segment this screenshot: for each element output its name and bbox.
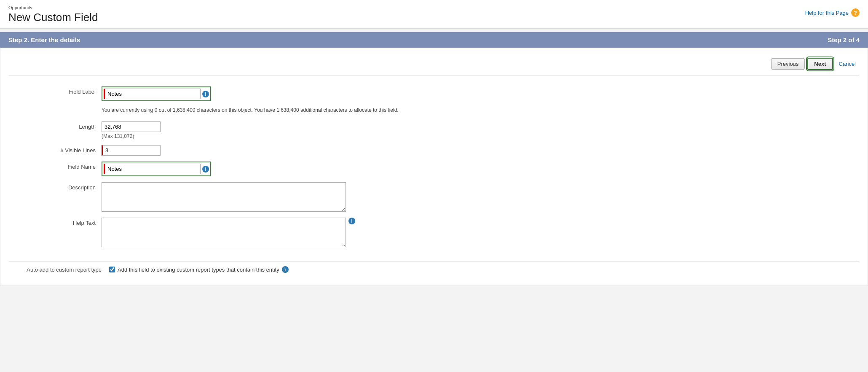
visible-lines-row: # Visible Lines xyxy=(34,145,834,156)
field-label-row: Field Label i xyxy=(34,86,834,101)
length-row: Length (Max 131,072) xyxy=(34,121,834,139)
cancel-button[interactable]: Cancel xyxy=(836,59,859,69)
length-label: Length xyxy=(34,121,102,130)
help-icon: ? xyxy=(851,8,860,17)
auto-add-label: Auto add to custom report type xyxy=(17,267,102,273)
auto-add-checkbox-label: Add this field to existing custom report… xyxy=(118,267,279,273)
char-info-text: You are currently using 0 out of 1,638,4… xyxy=(102,107,399,113)
form-section: Field Label i You are currently using 0 … xyxy=(9,82,859,257)
page-title-block: Opportunity New Custom Field xyxy=(8,5,98,24)
help-text-row: Help Text i xyxy=(34,218,834,247)
content-area: Previous Next Cancel Field Label i You a… xyxy=(0,48,868,286)
page-subtitle: Opportunity xyxy=(8,5,98,10)
help-link[interactable]: Help for this Page ? xyxy=(805,8,860,17)
field-name-input[interactable] xyxy=(104,164,201,174)
auto-add-info-icon[interactable]: i xyxy=(282,266,289,273)
toolbar: Previous Next Cancel xyxy=(9,54,859,75)
field-name-label: Field Name xyxy=(34,162,102,170)
next-button[interactable]: Next xyxy=(807,58,833,70)
field-name-outline: i xyxy=(102,162,211,176)
visible-lines-input[interactable] xyxy=(102,145,161,156)
field-name-field: i xyxy=(102,162,834,176)
field-name-info-icon[interactable]: i xyxy=(202,166,209,173)
page-header: Opportunity New Custom Field Help for th… xyxy=(0,0,868,29)
field-label-field: i xyxy=(102,86,834,101)
field-label-label: Field Label xyxy=(34,86,102,95)
char-info-row: You are currently using 0 out of 1,638,4… xyxy=(34,107,834,116)
help-text-label: Help Text xyxy=(34,218,102,226)
visible-lines-label: # Visible Lines xyxy=(34,145,102,154)
step-indicator: Step 2 of 4 xyxy=(828,36,860,43)
help-text-info-icon[interactable]: i xyxy=(348,218,355,224)
step-banner: Step 2. Enter the details Step 2 of 4 xyxy=(0,32,868,48)
field-label-input[interactable] xyxy=(104,89,201,99)
step-label: Step 2. Enter the details xyxy=(8,36,80,43)
description-label: Description xyxy=(34,182,102,191)
field-label-outline: i xyxy=(102,86,211,101)
length-col: (Max 131,072) xyxy=(102,121,161,139)
page-title: New Custom Field xyxy=(8,11,98,24)
field-label-info-icon[interactable]: i xyxy=(202,91,209,97)
description-input[interactable] xyxy=(102,182,346,212)
field-name-row: Field Name i xyxy=(34,162,834,176)
auto-add-checkbox-row: Add this field to existing custom report… xyxy=(109,266,289,273)
auto-add-row: Auto add to custom report type Add this … xyxy=(9,261,859,277)
auto-add-checkbox[interactable] xyxy=(109,267,115,272)
length-max: (Max 131,072) xyxy=(102,133,161,139)
help-label: Help for this Page xyxy=(805,10,849,16)
help-text-input[interactable] xyxy=(102,218,346,247)
length-input[interactable] xyxy=(102,121,161,132)
previous-button[interactable]: Previous xyxy=(771,58,805,70)
description-row: Description xyxy=(34,182,834,212)
